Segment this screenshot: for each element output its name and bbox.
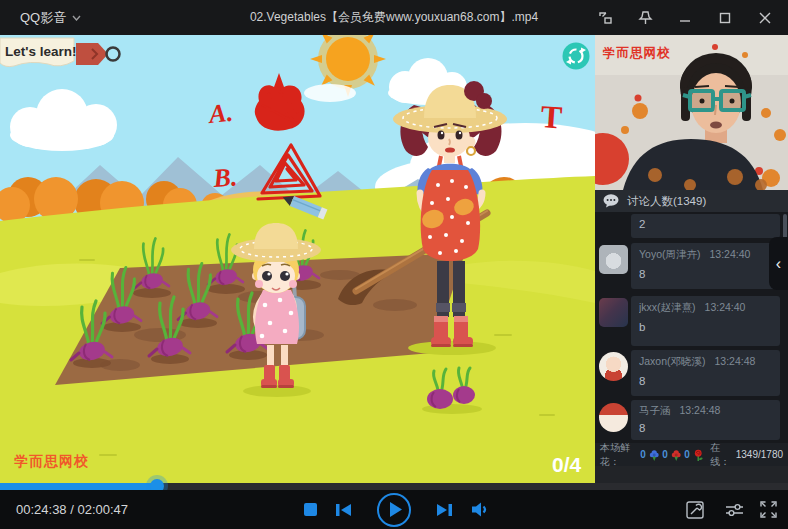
avatar [599,245,628,274]
minimize-button[interactable] [670,5,700,31]
flower-count: 0 [684,449,690,460]
gift-status-bar: 本场鲜花： 0 0 0 在线： 1349/1780 [595,443,788,466]
next-button[interactable] [431,490,457,529]
maximize-icon [719,12,731,24]
minimize-icon [679,12,691,24]
chat-bubble-icon [603,194,620,208]
blue-bouquet-icon [649,447,659,463]
chat-message-list[interactable]: 2 Yoyo(周津卉)13:24:40 8 jkxx(赵津熹)13:24:40 … [595,212,788,443]
online-label: 在线： [710,441,732,469]
message-text: 8 [639,422,772,434]
titlebar: QQ影音 02.Vegetables【会员免费www.youxuan68.com… [0,0,788,35]
play-button[interactable] [377,490,411,529]
seek-bar[interactable] [0,483,788,490]
pin-icon [638,10,653,26]
message-text: 8 [639,268,772,280]
collapse-chevron-icon: ‹ [776,255,781,273]
stop-button[interactable] [297,490,323,529]
app-name: QQ影音 [20,9,66,27]
qq-player-window: QQ影音 02.Vegetables【会员免费www.youxuan68.com… [0,0,788,529]
chevron-down-icon [72,15,81,21]
fullscreen-icon [760,501,777,518]
previous-icon [336,503,352,517]
avatar [599,352,628,381]
message-sender: Yoyo(周津卉) [639,248,700,260]
chat-message: jkxx(赵津熹)13:24:40 b [631,296,780,346]
play-icon [390,502,402,517]
toolbox-wrench-icon [686,501,704,519]
panel-collapse-tab[interactable]: ‹ [769,237,788,290]
teacher-webcam: 学而思网校 [595,35,788,190]
message-time: 13:24:48 [715,355,756,367]
annotation-a-label: A. [206,98,235,130]
maximize-button[interactable] [710,5,740,31]
chat-title: 讨论人数(1349) [627,194,706,209]
message-sender: jkxx(赵津熹) [639,301,696,313]
window-buttons [590,0,780,35]
message-time: 13:24:40 [705,301,746,313]
progress-fill [0,483,157,490]
cartoon-scene: A. B. T Let's learn! [0,35,595,483]
flowers-label: 本场鲜花： [600,441,637,469]
toolbox-button[interactable] [682,490,708,529]
rose-icon [693,447,703,463]
mini-mode-button[interactable] [590,5,620,31]
red-bouquet-icon [671,447,681,463]
volume-icon [472,502,490,517]
webcam-watermark: 学而思网校 [602,46,671,60]
next-icon [436,503,452,517]
close-icon [759,12,771,24]
play-circle [377,493,411,527]
stop-icon [304,503,317,516]
flower-count: 0 [640,449,646,460]
annotation-b-label: B. [211,162,238,193]
online-count: 1349/1780 [736,449,783,460]
fullscreen-button[interactable] [755,490,781,529]
pin-button[interactable] [630,5,660,31]
previous-button[interactable] [331,490,357,529]
message-sender: Jaxon(邓晓溪) [639,355,706,367]
video-watermark: 学而思网校 [14,453,89,469]
settings-button[interactable] [721,490,747,529]
annotation-t-mark: T [540,98,564,135]
mini-mode-icon [597,10,613,26]
app-menu[interactable]: QQ影音 [20,9,81,27]
flower-count: 0 [662,449,668,460]
right-panel: 学而思网校 讨论人数(1349) 2 Yoyo(周津卉)13:24:40 8 [595,35,788,483]
close-button[interactable] [750,5,780,31]
message-text: b [639,321,772,333]
panel-footer-gap [595,466,788,483]
volume-button[interactable] [467,490,495,529]
message-text: 8 [639,375,772,387]
message-text: 2 [639,218,772,230]
message-time: 13:24:40 [709,248,750,260]
time-display: 00:24:38 / 02:00:47 [16,490,128,529]
sliders-icon [725,502,744,518]
chat-header: 讨论人数(1349) [595,190,788,212]
video-stage[interactable]: A. B. T Let's learn! [0,35,595,483]
playback-controls: 00:24:38 / 02:00:47 [0,490,788,529]
chat-message: Jaxon(邓晓溪)13:24:48 8 [631,350,780,396]
avatar [599,403,628,432]
page-counter: 0/4 [552,453,582,476]
lesson-banner-label: Let's learn! [5,44,76,59]
message-time: 13:24:48 [680,404,721,416]
chat-message: 马子涵13:24:48 8 [631,400,780,440]
avatar [599,298,628,327]
chat-message: Yoyo(周津卉)13:24:40 8 [631,243,780,289]
refresh-button[interactable] [563,43,590,70]
chat-message-partial: 2 [631,214,780,238]
message-sender: 马子涵 [639,404,671,416]
webcam-feed: 学而思网校 [595,35,788,190]
